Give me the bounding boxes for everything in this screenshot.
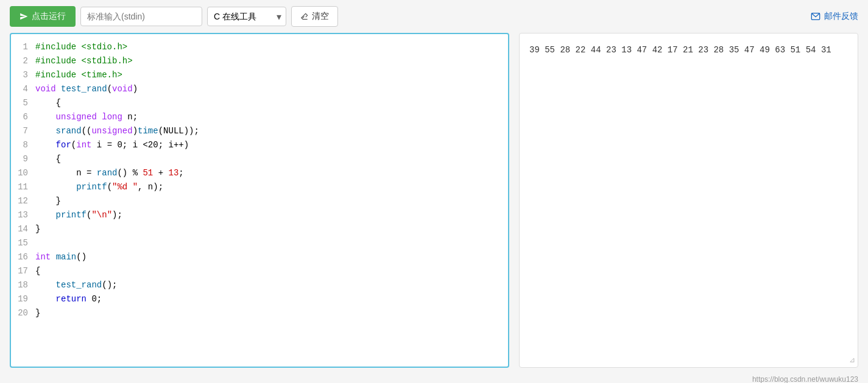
resize-handle[interactable]: ⊿ xyxy=(849,356,855,365)
code-line-5: 5 { xyxy=(11,96,508,110)
clear-label: 清空 xyxy=(312,11,329,22)
code-line-16: 16 int main() xyxy=(11,250,508,264)
code-line-14: 14 } xyxy=(11,222,508,236)
code-line-3: 3 #include <time.h> xyxy=(11,68,508,82)
run-icon xyxy=(19,12,28,21)
clear-button[interactable]: 清空 xyxy=(291,6,338,27)
code-line-1: 1 #include <stdio.h> xyxy=(11,40,508,54)
eraser-icon xyxy=(300,12,309,21)
code-line-11: 11 printf("%d ", n); xyxy=(11,180,508,194)
code-line-15: 15 xyxy=(11,236,508,250)
feedback-link[interactable]: 邮件反馈 xyxy=(811,11,858,22)
code-line-17: 17 { xyxy=(11,264,508,278)
stdin-input[interactable] xyxy=(80,7,202,26)
code-line-2: 2 #include <stdlib.h> xyxy=(11,54,508,68)
code-line-10: 10 n = rand() % 51 + 13; xyxy=(11,166,508,180)
code-line-7: 7 srand((unsigned)time(NULL)); xyxy=(11,124,508,138)
feedback-label: 邮件反馈 xyxy=(824,11,858,22)
code-line-20: 20 } xyxy=(11,306,508,320)
code-line-8: 8 for(int i = 0; i <20; i++) xyxy=(11,138,508,152)
code-editor[interactable]: 1 #include <stdio.h> 2 #include <stdlib.… xyxy=(10,33,509,368)
footer: https://blog.csdn.net/wuwuku123 xyxy=(0,374,868,383)
code-line-9: 9 { xyxy=(11,152,508,166)
run-label: 点击运行 xyxy=(32,11,66,22)
run-button[interactable]: 点击运行 xyxy=(10,6,76,27)
code-line-12: 12 } xyxy=(11,194,508,208)
tool-select-wrapper: C 在线工具 ▾ xyxy=(207,7,286,26)
code-line-13: 13 printf("\n"); xyxy=(11,208,508,222)
code-line-18: 18 test_rand(); xyxy=(11,278,508,292)
main-content: 1 #include <stdio.h> 2 #include <stdlib.… xyxy=(0,33,868,374)
code-line-6: 6 unsigned long n; xyxy=(11,110,508,124)
toolbar: 点击运行 C 在线工具 ▾ 清空 邮件反馈 xyxy=(0,0,868,33)
code-line-4: 4 void test_rand(void) xyxy=(11,82,508,96)
mail-icon xyxy=(811,12,820,21)
code-lines: 1 #include <stdio.h> 2 #include <stdlib.… xyxy=(11,40,508,320)
output-panel: 39 55 28 22 44 23 13 47 42 17 21 23 28 3… xyxy=(519,33,858,368)
output-text: 39 55 28 22 44 23 13 47 42 17 21 23 28 3… xyxy=(529,43,848,57)
tool-select[interactable]: C 在线工具 xyxy=(207,7,286,26)
footer-url: https://blog.csdn.net/wuwuku123 xyxy=(752,375,858,383)
code-line-19: 19 return 0; xyxy=(11,292,508,306)
